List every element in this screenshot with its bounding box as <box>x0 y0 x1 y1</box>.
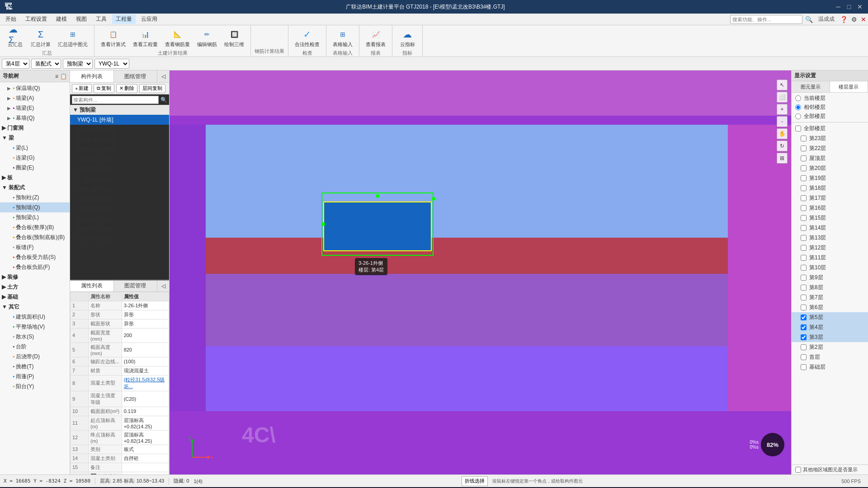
canvas-tool-zoom-out[interactable]: - <box>777 116 788 127</box>
struct-item-ytq1r[interactable]: YTQ-1R [外墙] <box>70 184 169 194</box>
toolbar-view-report[interactable]: 📈 查看报表 <box>363 27 388 49</box>
menu-cloud[interactable]: 云应用 <box>137 14 161 24</box>
tab-floor-display[interactable]: 楼层显示 <box>830 81 868 92</box>
tree-cat-menchuangdong[interactable]: ▶ 门窗洞 <box>0 123 70 133</box>
check-floor-4[interactable] <box>801 324 807 330</box>
check-floor-20[interactable] <box>801 165 807 171</box>
close-button[interactable]: ✕ <box>856 3 863 10</box>
radio-adjacent-floor[interactable] <box>795 104 801 110</box>
radio-current-floor[interactable] <box>795 95 801 101</box>
menu-model[interactable]: 建模 <box>52 14 71 24</box>
search-icon[interactable]: 🔍 <box>805 16 813 23</box>
canvas-tool-pan[interactable]: ✋ <box>777 128 788 139</box>
list-view-icon[interactable]: ≡ <box>55 73 58 80</box>
prop-val-axis-dist[interactable]: (100) <box>122 357 169 366</box>
check-floor-3[interactable] <box>801 334 807 340</box>
prop-val-category[interactable]: 板式 <box>122 445 169 454</box>
toolbar-view-engineering[interactable]: 📊 查看工程量 <box>130 27 160 49</box>
close-icon2[interactable]: ✕ <box>861 16 866 23</box>
prop-val-name[interactable]: 3-26-1外侧 <box>122 301 169 310</box>
toolbar-view-rebar[interactable]: 📐 查看钢筋量 <box>162 27 193 49</box>
toolbar-cloud-summary[interactable]: ☁Σ 云汇总 <box>4 27 26 49</box>
tab-attribute-list[interactable]: 属性列表 <box>70 281 114 291</box>
config-select[interactable]: 装配式 <box>31 59 61 69</box>
tree-cat-other[interactable]: ▼ 其它 <box>0 302 70 312</box>
tree-item-dieheban-shouli[interactable]: ▪叠合板受力筋(S) <box>0 252 70 262</box>
canvas-tool-box-select[interactable]: ⬜ <box>777 92 788 103</box>
check-floor-roof[interactable] <box>801 155 807 161</box>
prop-val-end-elev[interactable]: 层顶标高+0.82(14.25) <box>122 430 169 445</box>
prop-val-remark[interactable] <box>122 463 169 472</box>
tree-item-yuzhi-zhu[interactable]: ▪预制柱(Z) <box>0 192 70 202</box>
struct-item-ywq1l[interactable]: YWQ-1L [外墙] <box>70 115 169 125</box>
toolbar-cloud-index[interactable]: ☁ 云指标 <box>396 27 419 49</box>
check-other-region[interactable] <box>795 467 801 473</box>
toolbar-view-formula[interactable]: 📋 查看计算式 <box>98 27 128 49</box>
check-floor-23[interactable] <box>801 136 807 141</box>
tree-item-taijie[interactable]: ▪台阶 <box>0 342 70 352</box>
menu-settings[interactable]: 工程设置 <box>22 14 51 24</box>
canvas-tool-zoom-in[interactable]: + <box>777 104 788 115</box>
toolbar-edit-rebar[interactable]: ✏ 编辑钢筋 <box>194 27 220 49</box>
check-floor-8[interactable] <box>801 285 807 291</box>
prop-val-start-elev[interactable]: 层顶标高+0.82(14.25) <box>122 416 169 430</box>
check-floor-2[interactable] <box>801 344 807 350</box>
menu-view[interactable]: 视图 <box>72 14 90 24</box>
check-floor-11[interactable] <box>801 255 807 261</box>
struct-item-ynq2r[interactable]: YNQ-2R [内墙] <box>70 204 169 214</box>
tree-item-yangtai[interactable]: ▪阳台(Y) <box>0 381 70 391</box>
check-floor-12[interactable] <box>801 245 807 251</box>
tree-item-lian-liang[interactable]: ▪连梁(G) <box>0 153 70 163</box>
tree-item-qiangliang-a[interactable]: ▶▪墙梁(A) <box>0 93 70 103</box>
tree-item-pingzheng-changdi[interactable]: ▪平整场地(V) <box>0 322 70 332</box>
tree-item-qiangliang-e[interactable]: ▶▪墙梁(E) <box>0 103 70 113</box>
check-floor-19[interactable] <box>801 175 807 181</box>
menu-tools[interactable]: 工具 <box>92 14 110 24</box>
tree-item-yuzhi-liang[interactable]: ▪预制梁(L) <box>0 212 70 222</box>
maximize-button[interactable]: □ <box>845 3 853 10</box>
btn-new-component[interactable]: +新建 <box>72 84 92 93</box>
model-select[interactable]: YWQ-1L <box>94 59 129 69</box>
btn-floor-copy[interactable]: 层间复制 <box>139 84 165 93</box>
help-icon[interactable]: ❓ <box>840 16 848 23</box>
tree-cat-ban[interactable]: ▶ 板 <box>0 173 70 183</box>
toolbar-summary-elements[interactable]: ⊞ 汇总适中图元 <box>55 27 90 49</box>
global-search-input[interactable] <box>730 15 802 24</box>
toolbar-table-input[interactable]: ⊞ 表格输入 <box>330 27 355 49</box>
struct-item-ynq6l[interactable]: YNQ-6L [内墙] <box>70 224 169 234</box>
type-select[interactable]: 预制梁 <box>63 59 93 69</box>
prop-val-concrete-cat[interactable]: 自拌砼 <box>122 454 169 463</box>
tree-cat-zhuangxiu[interactable]: ▶ 装修 <box>0 272 70 282</box>
tree-item-quan-liang[interactable]: ▪圈梁(E) <box>0 163 70 173</box>
tree-cat-zhuangpeishi[interactable]: ▼ 装配式 <box>0 183 70 192</box>
check-floor-14[interactable] <box>801 225 807 231</box>
struct-item-ywq1r[interactable]: YWQ-1R [外墙] <box>70 125 169 135</box>
tree-item-baowenqiang[interactable]: ▶▪保温墙(Q) <box>0 83 70 93</box>
radio-all-floors[interactable] <box>795 113 801 119</box>
tab-drawing-mgmt[interactable]: 图纸管理 <box>114 70 158 82</box>
check-floor-15[interactable] <box>801 215 807 221</box>
tree-item-dieheban-zhidi[interactable]: ▪叠合板(预制底板)(B) <box>0 232 70 242</box>
tree-item-dieheban-b[interactable]: ▪叠合板(整厚)(B) <box>0 222 70 232</box>
toolbar-legality-check[interactable]: ✓ 合法性检查 <box>292 27 322 49</box>
btn-copy-component[interactable]: ⧉复制 <box>94 84 114 93</box>
tab-layer-mgmt[interactable]: 图层管理 <box>114 281 158 291</box>
struct-item-ywq2l[interactable]: YWQ-2L [外墙] <box>70 155 169 164</box>
minimize-button[interactable]: ─ <box>835 3 842 10</box>
tree-item-tiaoeyan[interactable]: ▪挑檐(T) <box>0 361 70 371</box>
prop-val-height[interactable]: 820 <box>122 343 169 357</box>
search-btn-icon[interactable]: 🔍 <box>160 97 167 103</box>
menu-engineering[interactable]: 工程量 <box>112 14 136 24</box>
toolbar-summary-calc[interactable]: Σ 汇总计算 <box>28 27 53 49</box>
check-floor-16[interactable] <box>801 205 807 211</box>
prop-panel-collapse[interactable]: ◁ <box>157 281 169 291</box>
menu-start[interactable]: 开始 <box>2 14 20 24</box>
check-floor-9[interactable] <box>801 275 807 281</box>
canvas-tool-layers[interactable]: ⊞ <box>777 153 788 164</box>
btn-delete-component[interactable]: ✕删除 <box>116 84 137 93</box>
tree-cat-jichu[interactable]: ▶ 基础 <box>0 292 70 302</box>
check-floor-base[interactable] <box>801 364 807 370</box>
struct-item-ytq1l[interactable]: YTQ-1L [外墙] <box>70 174 169 184</box>
tree-item-dieheban-fujin[interactable]: ▪叠合板负筋(F) <box>0 262 70 272</box>
check-floor-18[interactable] <box>801 185 807 191</box>
